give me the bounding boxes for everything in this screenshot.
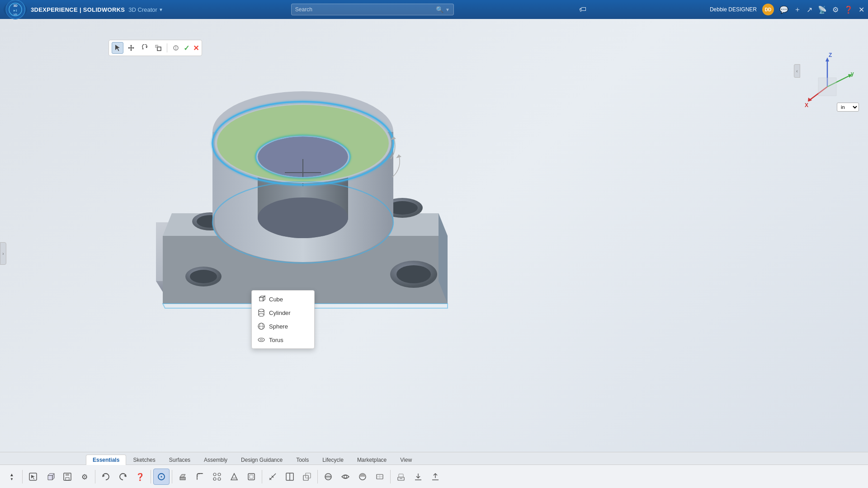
tab-tools[interactable]: Tools bbox=[289, 455, 316, 465]
selection-tool-button[interactable] bbox=[25, 469, 41, 485]
dropdown-item-cube[interactable]: Cube bbox=[252, 292, 314, 306]
save-button[interactable] bbox=[59, 469, 75, 485]
bookmark-icon[interactable]: 🏷 bbox=[579, 5, 586, 14]
svg-point-40 bbox=[260, 339, 263, 341]
creator-dropdown-button[interactable]: 3D Creator ▼ bbox=[128, 6, 163, 13]
svg-point-32 bbox=[259, 309, 264, 312]
tab-lifecycle[interactable]: Lifecycle bbox=[316, 455, 350, 465]
confirm-button[interactable]: ✓ bbox=[184, 44, 189, 52]
tab-marketplace[interactable]: Marketplace bbox=[350, 455, 393, 465]
tab-surfaces[interactable]: Surfaces bbox=[162, 455, 197, 465]
shell-button[interactable] bbox=[243, 469, 259, 485]
svg-point-56 bbox=[213, 478, 216, 480]
add-icon[interactable]: ＋ bbox=[794, 5, 801, 14]
tb-sep-4 bbox=[172, 470, 172, 483]
search-bar: 🔍 ▼ bbox=[291, 4, 454, 15]
tab-essentials[interactable]: Essentials bbox=[86, 455, 126, 465]
svg-point-35 bbox=[259, 314, 264, 316]
svg-rect-52 bbox=[180, 477, 185, 480]
split-button[interactable] bbox=[282, 469, 298, 485]
toolbar-expand-button[interactable]: ▲▼ bbox=[4, 469, 20, 485]
dropdown-item-cylinder[interactable]: Cylinder bbox=[252, 306, 314, 319]
hide-show-button[interactable] bbox=[337, 469, 354, 485]
settings-icon[interactable]: ⚙ bbox=[832, 5, 839, 14]
svg-line-16 bbox=[156, 46, 158, 47]
measure-button[interactable] bbox=[264, 469, 281, 485]
notification-icon[interactable]: 💬 bbox=[779, 5, 788, 14]
tab-assembly[interactable]: Assembly bbox=[197, 455, 234, 465]
svg-rect-61 bbox=[250, 475, 253, 479]
orient-panel-toggle[interactable]: ‹ bbox=[794, 64, 800, 78]
combine-button[interactable] bbox=[299, 469, 315, 485]
svg-marker-58 bbox=[231, 474, 237, 480]
tab-sketches[interactable]: Sketches bbox=[126, 455, 162, 465]
toolbar-separator bbox=[167, 43, 167, 52]
search-input[interactable] bbox=[295, 6, 436, 13]
unknown-tool-1[interactable] bbox=[170, 42, 182, 54]
select-tool-button[interactable] bbox=[112, 42, 123, 54]
svg-marker-53 bbox=[180, 474, 185, 477]
draft-button[interactable] bbox=[226, 469, 242, 485]
svg-marker-31 bbox=[263, 296, 265, 301]
decal-button[interactable] bbox=[372, 469, 388, 485]
scale-tool-button[interactable] bbox=[152, 42, 164, 54]
help-tool-button[interactable]: ❓ bbox=[132, 469, 148, 485]
svg-text:Z: Z bbox=[829, 52, 832, 58]
cancel-button[interactable]: ✕ bbox=[193, 44, 199, 52]
svg-rect-78 bbox=[399, 474, 403, 477]
tools-more-button[interactable]: ⚙ bbox=[76, 469, 93, 485]
3d-viewport[interactable]: ✓ ✕ › Z y X bbox=[0, 19, 868, 488]
share-icon[interactable]: ↗ bbox=[807, 5, 812, 14]
undo-button[interactable] bbox=[98, 469, 114, 485]
svg-text:VR: VR bbox=[14, 13, 18, 16]
torus-icon bbox=[257, 336, 265, 344]
search-icon[interactable]: 🔍 bbox=[436, 6, 443, 13]
broadcast-icon[interactable]: 📡 bbox=[818, 5, 827, 14]
topbar-right: Debbie DESIGNER DD 💬 ＋ ↗ 📡 ⚙ ❓ ✕ bbox=[710, 4, 864, 15]
tab-design-guidance[interactable]: Design Guidance bbox=[234, 455, 289, 465]
view-cube-button[interactable] bbox=[42, 469, 58, 485]
dropdown-item-torus[interactable]: Torus bbox=[252, 333, 314, 347]
svg-marker-13 bbox=[142, 48, 144, 49]
svg-marker-48 bbox=[103, 474, 105, 477]
svg-text:y: y bbox=[851, 70, 854, 77]
rotate-tool-button[interactable] bbox=[139, 42, 151, 54]
svg-marker-9 bbox=[130, 50, 132, 51]
app-title: 3DEXPERIENCE | SOLIDWORKS bbox=[31, 6, 125, 13]
app-logo[interactable]: 3D ▶ ‖ VR bbox=[4, 1, 27, 18]
bottom-toolbar: Essentials Sketches Surfaces Assembly De… bbox=[0, 452, 868, 488]
export-button[interactable] bbox=[427, 469, 443, 485]
cylinder-label: Cylinder bbox=[269, 310, 291, 316]
dropdown-item-sphere[interactable]: Sphere bbox=[252, 319, 314, 333]
pattern-button[interactable] bbox=[209, 469, 225, 485]
cube-label: Cube bbox=[269, 296, 283, 303]
units-selector[interactable]: in mm cm m bbox=[837, 103, 859, 112]
close-icon[interactable]: ✕ bbox=[859, 5, 864, 14]
svg-rect-47 bbox=[66, 478, 69, 480]
help-icon[interactable]: ❓ bbox=[844, 5, 853, 14]
3dprint-button[interactable] bbox=[393, 469, 409, 485]
appearance-button[interactable] bbox=[354, 469, 371, 485]
sketch-circle-button[interactable] bbox=[153, 469, 170, 485]
extrude-button[interactable] bbox=[175, 469, 191, 485]
redo-button[interactable] bbox=[115, 469, 131, 485]
fillet-button[interactable] bbox=[192, 469, 208, 485]
creator-chevron-icon: ▼ bbox=[159, 7, 163, 12]
user-avatar[interactable]: DD bbox=[762, 4, 774, 15]
svg-marker-11 bbox=[133, 47, 134, 49]
rotate-handle-2 bbox=[392, 155, 400, 177]
tab-view[interactable]: View bbox=[393, 455, 419, 465]
search-dropdown-icon[interactable]: ▼ bbox=[445, 7, 450, 12]
app-logo-inner: 3D ▶ ‖ VR bbox=[5, 0, 25, 19]
svg-marker-8 bbox=[130, 45, 132, 46]
svg-text:X: X bbox=[805, 102, 808, 108]
import-button[interactable] bbox=[410, 469, 426, 485]
tb-sep-2 bbox=[95, 470, 95, 483]
view-section-button[interactable] bbox=[320, 469, 336, 485]
svg-point-54 bbox=[213, 473, 216, 476]
svg-point-39 bbox=[258, 338, 264, 342]
translate-tool-button[interactable] bbox=[125, 42, 137, 54]
left-panel-toggle[interactable]: › bbox=[0, 242, 6, 265]
svg-point-55 bbox=[218, 473, 221, 476]
tb-sep-5 bbox=[262, 470, 262, 483]
